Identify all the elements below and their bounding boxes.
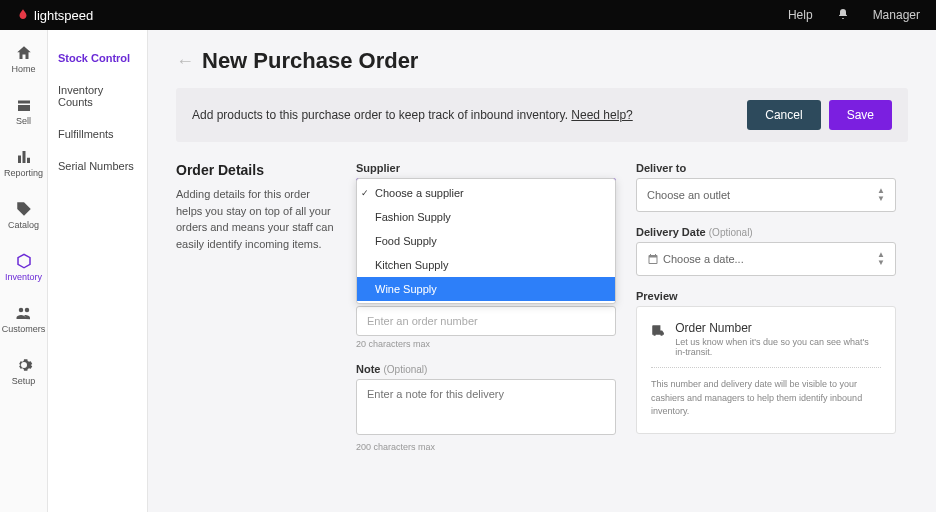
home-icon (15, 44, 33, 62)
stepper-icon: ▲▼ (877, 251, 885, 267)
register-icon (15, 96, 33, 114)
gear-icon (15, 356, 33, 374)
rail-label: Catalog (8, 220, 39, 230)
dropdown-option[interactable]: Choose a supplier (357, 181, 615, 205)
tag-icon (15, 200, 33, 218)
note-hint: 200 characters max (356, 442, 616, 452)
divider (651, 367, 881, 368)
topbar: lightspeed Help Manager (0, 0, 936, 30)
need-help-link[interactable]: Need help? (571, 108, 632, 122)
note-textarea[interactable] (356, 379, 616, 435)
subnav-serial-numbers[interactable]: Serial Numbers (48, 150, 147, 182)
chart-icon (15, 148, 33, 166)
calendar-icon (647, 253, 659, 265)
save-button[interactable]: Save (829, 100, 892, 130)
section-title: Order Details (176, 162, 336, 178)
back-arrow-icon[interactable]: ← (176, 51, 194, 72)
banner-text: Add products to this purchase order to k… (192, 108, 633, 122)
dropdown-option[interactable]: Food Supply (357, 229, 615, 253)
rail-sell[interactable]: Sell (0, 94, 47, 128)
main-content: ← New Purchase Order Add products to thi… (148, 30, 936, 512)
delivery-date-label: Delivery Date (Optional) (636, 226, 896, 238)
rail-home[interactable]: Home (0, 42, 47, 76)
subnav-stock-control[interactable]: Stock Control (48, 42, 147, 74)
rail-inventory[interactable]: Inventory (0, 250, 47, 284)
preview-card-note: This number and delivery date will be vi… (651, 378, 881, 419)
rail-label: Customers (2, 324, 46, 334)
order-number-hint: 20 characters max (356, 339, 616, 349)
preview-card: Order Number Let us know when it's due s… (636, 306, 896, 434)
supplier-label: Supplier (356, 162, 616, 174)
dropdown-option[interactable]: Fashion Supply (357, 205, 615, 229)
brand-logo: lightspeed (16, 8, 93, 23)
page-title: New Purchase Order (202, 48, 418, 74)
cancel-button[interactable]: Cancel (747, 100, 820, 130)
dropdown-option[interactable]: Kitchen Supply (357, 253, 615, 277)
rail-label: Setup (12, 376, 36, 386)
box-icon (15, 252, 33, 270)
rail-customers[interactable]: Customers (0, 302, 47, 336)
rail-label: Home (11, 64, 35, 74)
help-link[interactable]: Help (788, 8, 813, 22)
info-banner: Add products to this purchase order to k… (176, 88, 908, 142)
rail-setup[interactable]: Setup (0, 354, 47, 388)
icon-rail: Home Sell Reporting Catalog Inventory Cu… (0, 30, 48, 512)
subnav: Stock Control Inventory Counts Fulfillme… (48, 30, 148, 512)
subnav-fulfillments[interactable]: Fulfillments (48, 118, 147, 150)
subnav-inventory-counts[interactable]: Inventory Counts (48, 74, 147, 118)
deliver-to-select[interactable]: Choose an outlet ▲▼ (636, 178, 896, 212)
dropdown-option-highlighted[interactable]: Wine Supply (357, 277, 615, 301)
rail-label: Reporting (4, 168, 43, 178)
delivery-date-picker[interactable]: Choose a date... ▲▼ (636, 242, 896, 276)
order-number-input[interactable] (356, 306, 616, 336)
rail-reporting[interactable]: Reporting (0, 146, 47, 180)
stepper-icon: ▲▼ (877, 187, 885, 203)
preview-card-title: Order Number (675, 321, 881, 335)
rail-catalog[interactable]: Catalog (0, 198, 47, 232)
deliver-to-label: Deliver to (636, 162, 896, 174)
truck-icon (651, 323, 665, 337)
section-desc: Adding details for this order helps you … (176, 186, 336, 252)
user-menu[interactable]: Manager (873, 8, 920, 22)
note-label: Note (Optional) (356, 363, 616, 375)
users-icon (15, 304, 33, 322)
flame-icon (16, 8, 30, 22)
preview-label: Preview (636, 290, 896, 302)
brand-name: lightspeed (34, 8, 93, 23)
bell-icon[interactable] (837, 8, 849, 23)
preview-card-sub: Let us know when it's due so you can see… (675, 337, 881, 357)
supplier-dropdown: Choose a supplier Fashion Supply Food Su… (356, 178, 616, 304)
rail-label: Sell (16, 116, 31, 126)
rail-label: Inventory (5, 272, 42, 282)
